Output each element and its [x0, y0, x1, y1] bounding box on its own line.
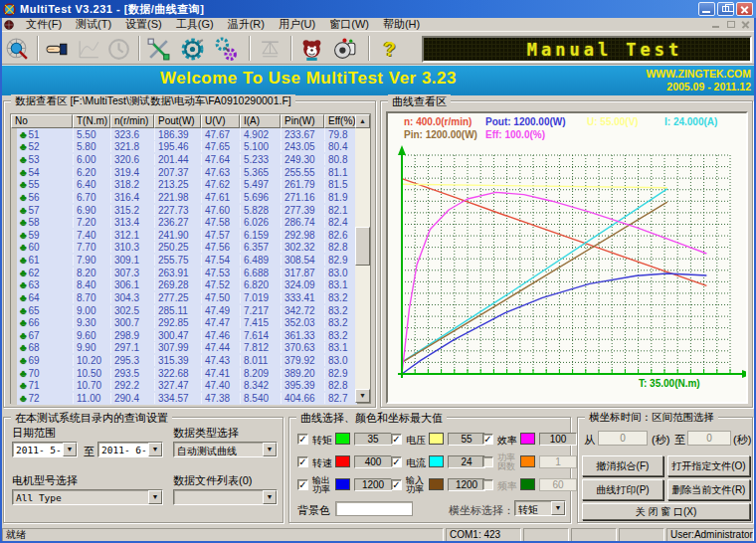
settings-gear-icon[interactable]: [177, 35, 208, 63]
menu-item-5[interactable]: 用户(U): [272, 17, 322, 32]
curve-view-icon[interactable]: [74, 35, 104, 63]
child-minimize-button[interactable]: [710, 19, 722, 30]
max-value-转矩[interactable]: 35: [354, 433, 392, 446]
minimize-button[interactable]: [698, 2, 715, 16]
column-header-I(A)[interactable]: I(A): [240, 114, 281, 128]
max-value-频率[interactable]: 60: [539, 478, 577, 491]
tools-icon[interactable]: [143, 35, 174, 63]
max-value-电流[interactable]: 24: [448, 455, 485, 468]
table-row[interactable]: ♣536.00320.6201.4447.645.233249.3080.8: [11, 153, 357, 166]
table-row[interactable]: ♣566.70316.4221.9847.615.696271.1681.9: [11, 191, 357, 204]
dropdown-arrow-icon[interactable]: ▼: [263, 490, 277, 504]
table-row[interactable]: ♣648.70304.3277.2547.507.019333.4183.2: [11, 291, 357, 304]
checkbox-电压[interactable]: ✓: [391, 434, 402, 445]
column-header-No[interactable]: No: [11, 114, 73, 128]
menu-item-2[interactable]: 设置(S): [118, 17, 169, 32]
table-row[interactable]: ♣659.00302.5285.1147.497.217342.7283.2: [11, 304, 357, 317]
print-curve-button[interactable]: 曲线打印(P): [582, 479, 663, 500]
table-row[interactable]: ♣617.90309.1255.7547.546.489308.5482.9: [11, 254, 357, 267]
checkbox-转矩[interactable]: ✓: [297, 434, 308, 445]
table-row[interactable]: ♣556.40318.2213.2547.625.497261.7981.5: [11, 179, 357, 192]
menu-item-7[interactable]: 帮助(H): [376, 17, 427, 32]
color-swatch-输入功率[interactable]: [429, 478, 444, 490]
table-row[interactable]: ♣689.90297.1307.9947.447.812370.6383.1: [11, 342, 357, 355]
child-restore-button[interactable]: [725, 19, 737, 30]
max-value-功率因数[interactable]: 1: [539, 455, 577, 468]
open-file-button[interactable]: 打开指定文件(O): [667, 455, 750, 476]
max-value-转速[interactable]: 400: [354, 455, 392, 468]
column-header-Pout(W)[interactable]: Pout(W): [154, 114, 201, 128]
to-input[interactable]: 0: [687, 431, 731, 446]
query-icon[interactable]: [2, 35, 33, 63]
checkbox-频率[interactable]: [482, 479, 493, 490]
dropdown-arrow-icon[interactable]: ▼: [63, 443, 77, 456]
checkbox-输出功率[interactable]: ✓: [297, 479, 308, 490]
dropdown-arrow-icon[interactable]: ▼: [148, 490, 162, 504]
scrollbar-thumb[interactable]: [355, 227, 370, 266]
date-to-picker[interactable]: 2011- 6- 3▼: [97, 442, 163, 457]
color-swatch-输出功率[interactable]: [335, 478, 350, 490]
manual-test-hand-icon[interactable]: [42, 35, 73, 63]
column-header-Eff(%)[interactable]: Eff(%): [324, 114, 357, 128]
close-button[interactable]: [736, 2, 753, 16]
alarm-camera-icon[interactable]: [330, 35, 361, 63]
date-from-picker[interactable]: 2011- 5- 4▼: [12, 442, 78, 457]
menu-item-4[interactable]: 温升(R): [221, 17, 272, 32]
table-row[interactable]: ♣638.40306.1269.2847.526.820324.0983.1: [11, 279, 357, 292]
checkbox-电流[interactable]: ✓: [391, 456, 402, 467]
max-value-效率[interactable]: 100: [539, 433, 577, 446]
menu-item-1[interactable]: 测试(T): [69, 17, 118, 32]
table-row[interactable]: ♣679.60298.9300.4747.467.614361.3383.2: [11, 329, 357, 342]
dropdown-arrow-icon[interactable]: ▼: [148, 443, 162, 456]
file-list-select[interactable]: ▼: [173, 489, 278, 505]
color-swatch-电压[interactable]: [429, 433, 444, 445]
table-row[interactable]: ♣587.20313.4236.2747.586.026286.7482.4: [11, 216, 357, 229]
color-swatch-转矩[interactable]: [335, 433, 350, 445]
table-row[interactable]: ♣546.20319.4207.3747.635.365255.5581.1: [11, 166, 357, 179]
column-header-U(V)[interactable]: U(V): [201, 114, 240, 128]
restore-button[interactable]: [717, 2, 734, 16]
from-input[interactable]: 0: [598, 431, 648, 446]
dropdown-arrow-icon[interactable]: ▼: [551, 501, 565, 515]
table-row[interactable]: ♣7211.00290.4334.5747.388.540404.6682.7: [11, 392, 357, 405]
table-row[interactable]: ♣669.30300.7292.8547.477.415352.0383.2: [11, 316, 357, 329]
data-type-select[interactable]: 自动测试曲线▼: [173, 442, 278, 457]
transmission-icon[interactable]: [211, 35, 242, 63]
child-close-button[interactable]: [740, 19, 752, 30]
help-icon[interactable]: ?: [374, 35, 405, 63]
max-value-电压[interactable]: 55: [448, 433, 485, 446]
table-row[interactable]: ♣525.80321.8195.4647.655.100243.0580.4: [11, 141, 357, 154]
table-row[interactable]: ♣7110.70292.2327.4747.408.342395.3982.8: [11, 380, 357, 393]
table-row[interactable]: ♣597.40312.1241.9047.576.159292.9882.6: [11, 229, 357, 242]
color-swatch-转速[interactable]: [335, 455, 350, 467]
color-swatch-电流[interactable]: [429, 455, 444, 467]
table-row[interactable]: ♣6910.20295.3315.3947.438.011379.9283.0: [11, 354, 357, 367]
balance-icon[interactable]: [255, 35, 285, 63]
max-value-输出功率[interactable]: 1200: [354, 478, 392, 491]
close-window-button[interactable]: 关 闭 窗 口(X): [582, 503, 750, 520]
scroll-up-button[interactable]: ▲: [355, 114, 370, 128]
menu-item-0[interactable]: 文件(F): [19, 17, 69, 32]
column-header-Pin(W)[interactable]: Pin(W): [281, 114, 324, 128]
x-axis-select[interactable]: 转矩▼: [514, 500, 566, 516]
motor-model-select[interactable]: All Type▼: [12, 489, 163, 505]
table-row[interactable]: ♣607.70310.3250.2547.566.357302.3282.8: [11, 242, 357, 255]
title-bar[interactable]: MultiTest V3.231 - [数据/曲线查询]: [0, 0, 756, 18]
menu-item-3[interactable]: 工具(G): [169, 17, 221, 32]
table-row[interactable]: ♣515.50323.6186.3947.674.902233.6779.8: [11, 128, 357, 141]
table-scrollbar[interactable]: [355, 128, 370, 403]
dropdown-arrow-icon[interactable]: ▼: [263, 443, 277, 456]
column-header-n(r/min)[interactable]: n(r/min): [110, 114, 154, 128]
user-bear-icon[interactable]: [296, 35, 327, 63]
clock-icon[interactable]: [103, 35, 134, 63]
delete-file-button[interactable]: 删除当前文件(R): [667, 479, 750, 500]
checkbox-转速[interactable]: ✓: [297, 456, 308, 467]
scroll-down-button[interactable]: ▼: [355, 389, 370, 403]
table-row[interactable]: ♣7010.50293.5322.6847.418.209389.2082.9: [11, 367, 357, 380]
color-swatch-频率[interactable]: [520, 478, 535, 490]
bg-color-swatch[interactable]: [335, 501, 413, 516]
table-row[interactable]: ♣628.20307.3263.9147.536.688317.8783.0: [11, 267, 357, 279]
color-swatch-效率[interactable]: [520, 433, 535, 445]
max-value-输入功率[interactable]: 1200: [448, 478, 485, 491]
checkbox-输入功率[interactable]: ✓: [391, 479, 402, 490]
